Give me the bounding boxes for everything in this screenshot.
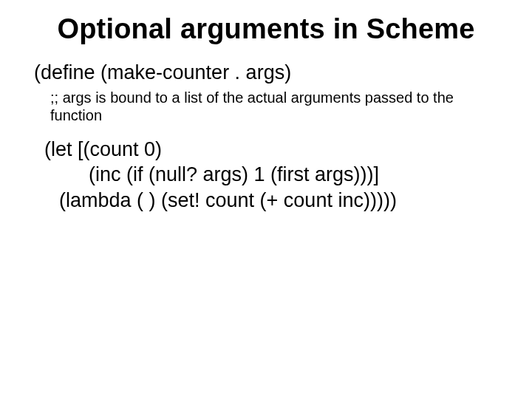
code-comment: ;; args is bound to a list of the actual… — [50, 89, 480, 125]
code-lambda-line: (lambda ( ) (set! count (+ count inc))))… — [59, 188, 502, 214]
code-inc-line: (inc (if (null? args) 1 (first args)))] — [89, 162, 502, 188]
code-define-line: (define (make-counter . args) — [34, 61, 502, 84]
slide-title: Optional arguments in Scheme — [30, 13, 502, 45]
slide: Optional arguments in Scheme (define (ma… — [0, 0, 532, 399]
code-let-line: (let [(count 0) — [44, 137, 502, 163]
